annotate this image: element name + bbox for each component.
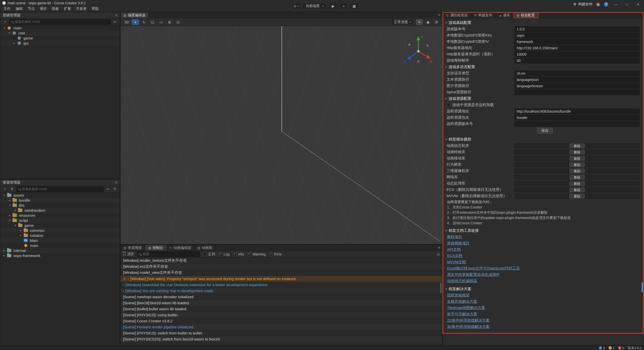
delete-module-button[interactable]: 删除	[570, 188, 585, 192]
menu-item[interactable]: 帮助	[89, 7, 101, 11]
config-value-input[interactable]	[514, 45, 640, 51]
panel-menu-icon[interactable]: ≡	[115, 13, 117, 17]
tree-row[interactable]: ▾ game	[0, 223, 120, 228]
view-mode-dropdown[interactable]: 正常浏览 ▾	[391, 19, 414, 25]
config-value-input[interactable]	[514, 83, 640, 89]
menu-item[interactable]: 项目	[37, 7, 49, 11]
console-tab[interactable]: ▤ 资源预览	[120, 245, 145, 251]
inspector-tab[interactable]: ◎ 属性检查器	[443, 12, 471, 18]
tree-row[interactable]: ▸ gui	[0, 40, 120, 46]
solution-link[interactable]: 2D角色扮演游戏解决方案	[447, 318, 490, 323]
console-tab[interactable]: ▦ 控制台	[145, 245, 166, 251]
log-entry[interactable]: [Scene] [PHYSICS]: switch from builtin t…	[120, 330, 442, 336]
mode-3d-toggle[interactable]: 3D	[123, 19, 131, 25]
delete-module-button[interactable]: 删除	[570, 169, 585, 173]
refresh-icon[interactable]: ↻	[112, 187, 118, 192]
info-count-badge[interactable]: i 3	[599, 346, 605, 350]
delete-module-button[interactable]: 删除	[570, 194, 585, 198]
delete-module-button[interactable]: 删除	[570, 144, 585, 148]
panel-menu-icon[interactable]: ≡	[438, 13, 440, 17]
gizmo-space-button[interactable]: ⊞	[166, 19, 173, 25]
section-resource-config[interactable]: ▾ 游戏资源配置	[443, 95, 644, 102]
doc-link[interactable]: 游戏模板项目	[447, 241, 470, 246]
console-search-input[interactable]	[143, 252, 198, 256]
log-entry[interactable]: [Scene] [PHYSICS]: using builtin.	[120, 312, 442, 318]
expand-arrow-icon[interactable]: ▾	[8, 219, 12, 222]
console-filter[interactable]: Log	[219, 252, 229, 256]
error-count-badge[interactable]: ✕ 0	[618, 346, 624, 350]
menu-item[interactable]: 扩展	[61, 7, 73, 11]
tree-row[interactable]: ▾ main	[0, 25, 120, 30]
expand-arrow-icon[interactable]: ›	[123, 283, 124, 287]
sort-icon[interactable]: ≔	[105, 187, 111, 192]
console-filter[interactable]: Info	[233, 252, 244, 256]
snap-button[interactable]: ⊡	[174, 19, 182, 25]
log-entry[interactable]: [Window] model_view文件夹不存在	[120, 270, 442, 276]
solution-link[interactable]: Tiledmap地图解决方案	[447, 305, 485, 310]
warning-count-badge[interactable]: ! 1	[609, 346, 615, 350]
tree-row[interactable]: ▸ oops-framework	[0, 253, 120, 258]
expand-arrow-icon[interactable]: ▸	[8, 214, 12, 217]
delete-module-button[interactable]: 删除	[570, 162, 585, 167]
config-value-input[interactable]	[514, 77, 640, 82]
import-icon[interactable]: ⇅	[9, 187, 15, 192]
log-entry[interactable]: [Scene] Cocos Creator v3.8.2	[120, 318, 442, 324]
menu-item[interactable]: 开发者	[73, 7, 89, 11]
console-settings-icon[interactable]: ⊡	[437, 252, 440, 256]
doc-link[interactable]: 原生包热更新配置自动生成插件	[447, 272, 500, 277]
log-entry[interactable]: [Window] ecs文件夹不存在	[120, 264, 442, 270]
console-filter[interactable]: 正则	[203, 252, 215, 256]
expand-arrow-icon[interactable]: ▸	[2, 254, 6, 257]
console-scrollbar-thumb[interactable]	[440, 283, 442, 293]
menu-item[interactable]: 节点	[25, 7, 37, 11]
help-icon[interactable]: ?	[604, 2, 608, 7]
checkbox-icon[interactable]	[203, 252, 207, 256]
config-value-input[interactable]	[514, 121, 640, 127]
tree-row[interactable]: ▸ resources	[0, 213, 120, 218]
save-button[interactable]: 保存	[537, 128, 553, 134]
add-node-button[interactable]: +	[2, 19, 8, 24]
menu-item[interactable]: 面板	[49, 7, 61, 11]
section-solutions[interactable]: ▾ 框架解决方案	[443, 286, 644, 292]
log-entry[interactable]: [Window] render_texture文件夹不存在	[120, 258, 442, 264]
config-value-input[interactable]	[514, 33, 640, 38]
rotate-tool-button[interactable]: ↻	[140, 19, 148, 25]
console-filter[interactable]: Warning	[248, 252, 266, 256]
orientation-gizmo[interactable]: Y X Z	[402, 33, 435, 66]
log-entry[interactable]: ⚠ › [Window] [Vue warn]: Property "onInp…	[120, 276, 442, 282]
expand-arrow-icon[interactable]: ▾	[2, 194, 6, 197]
doc-link[interactable]: 动画状态机编辑器	[447, 279, 477, 283]
expand-arrow-icon[interactable]: ▾	[13, 224, 17, 227]
checkbox-icon[interactable]	[269, 252, 273, 256]
tree-row[interactable]: Main	[0, 238, 120, 243]
build-publish-button[interactable]: ⚒构建发布	[573, 2, 592, 7]
section-module-trim[interactable]: ▾ 框架模块裁剪	[443, 136, 644, 143]
delete-module-button[interactable]: 删除	[570, 156, 585, 161]
minimize-button[interactable]: —	[612, 3, 619, 6]
hierarchy-search-box[interactable]	[9, 19, 111, 25]
package-icon[interactable]: ▣	[596, 2, 600, 7]
close-button[interactable]: ✕	[634, 3, 641, 6]
scale-tool-button[interactable]: ◱	[149, 19, 156, 25]
maximize-button[interactable]: □	[623, 3, 630, 6]
console-filter[interactable]: Error	[269, 252, 282, 256]
log-entry[interactable]: [Scene] [PHYSICS2D]: switch from box2d-w…	[120, 336, 442, 342]
doc-link[interactable]: MVVM文档	[447, 260, 466, 265]
log-entry[interactable]: [Scene] meshopt wasm decoder initialized	[120, 294, 442, 300]
tree-row[interactable]: ▸ internal	[0, 248, 120, 253]
scene-light-toggle[interactable]: ☀	[416, 19, 423, 25]
solution-link[interactable]: 全栈开发解决方案	[447, 299, 477, 304]
expand-arrow-icon[interactable]: ▸	[8, 199, 12, 202]
solution-link[interactable]: 新手引导解决方案	[447, 312, 477, 317]
console-search-box[interactable]	[137, 251, 200, 257]
assets-search-box[interactable]	[16, 186, 104, 192]
step-button[interactable]: »	[339, 3, 348, 9]
checkbox-icon[interactable]	[233, 252, 237, 256]
expand-arrow-icon[interactable]: ▸	[12, 41, 16, 45]
move-tool-button[interactable]: +	[132, 19, 139, 25]
inspector-tab[interactable]: ☁ 服务	[496, 12, 513, 18]
config-value-input[interactable]	[514, 115, 640, 120]
expand-arrow-icon[interactable]: ▸	[13, 209, 17, 212]
config-value-input[interactable]	[514, 39, 640, 45]
tree-row[interactable]: ▸ common	[0, 228, 120, 233]
